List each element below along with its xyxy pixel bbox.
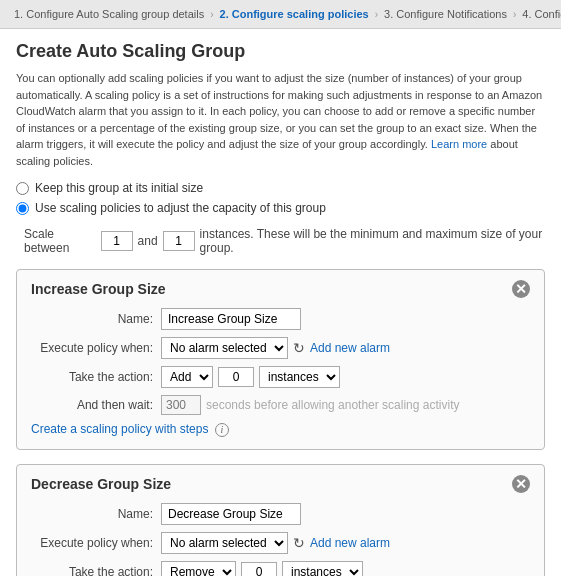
learn-more-link[interactable]: Learn more [431, 138, 487, 150]
increase-action-label: Take the action: [31, 370, 161, 384]
increase-info-icon[interactable]: i [215, 423, 229, 437]
scale-between-row: Scale between and instances. These will … [16, 227, 545, 255]
radio-use-policies-label[interactable]: Use scaling policies to adjust the capac… [35, 201, 326, 215]
step-3[interactable]: 3. Configure Notifications [378, 6, 513, 22]
decrease-name-input[interactable] [161, 503, 301, 525]
decrease-alarm-select[interactable]: No alarm selected [161, 532, 288, 554]
increase-execute-row: Execute policy when: No alarm selected ↻… [31, 337, 530, 359]
scale-between-prefix: Scale between [24, 227, 96, 255]
increase-name-label: Name: [31, 312, 161, 326]
step-2[interactable]: 2. Configure scaling policies [214, 6, 375, 22]
increase-alarm-select[interactable]: No alarm selected [161, 337, 288, 359]
decrease-action-unit-select[interactable]: instances [282, 561, 363, 577]
increase-execute-controls: No alarm selected ↻ Add new alarm [161, 337, 390, 359]
increase-add-alarm-link[interactable]: Add new alarm [310, 341, 390, 355]
decrease-execute-controls: No alarm selected ↻ Add new alarm [161, 532, 390, 554]
decrease-action-row: Take the action: Remove instances [31, 561, 530, 577]
radio-use-policies-input[interactable] [16, 202, 29, 215]
scale-max-input[interactable] [163, 231, 195, 251]
decrease-action-label: Take the action: [31, 565, 161, 577]
decrease-name-controls [161, 503, 301, 525]
radio-keep-size-label[interactable]: Keep this group at its initial size [35, 181, 203, 195]
decrease-box-close-button[interactable]: ✕ [512, 475, 530, 493]
increase-wait-label: And then wait: [31, 398, 161, 412]
radio-keep-size-input[interactable] [16, 182, 29, 195]
increase-wait-controls: seconds before allowing another scaling … [161, 395, 459, 415]
intro-paragraph: You can optionally add scaling policies … [16, 70, 545, 169]
decrease-name-row: Name: [31, 503, 530, 525]
scale-min-input[interactable] [101, 231, 133, 251]
increase-wait-suffix: seconds before allowing another scaling … [206, 398, 459, 412]
decrease-box-title: Decrease Group Size [31, 476, 171, 492]
decrease-refresh-button[interactable]: ↻ [293, 535, 305, 551]
increase-action-value-input[interactable] [218, 367, 254, 387]
increase-execute-label: Execute policy when: [31, 341, 161, 355]
increase-group-box: Increase Group Size ✕ Name: Execute poli… [16, 269, 545, 450]
steps-bar: 1. Configure Auto Scaling group details … [0, 0, 561, 29]
increase-wait-input[interactable] [161, 395, 201, 415]
increase-create-policy-link[interactable]: Create a scaling policy with steps [31, 422, 208, 436]
decrease-action-type-select[interactable]: Remove [161, 561, 236, 577]
increase-box-close-button[interactable]: ✕ [512, 280, 530, 298]
increase-box-header: Increase Group Size ✕ [31, 280, 530, 298]
increase-name-row: Name: [31, 308, 530, 330]
increase-name-input[interactable] [161, 308, 301, 330]
decrease-add-alarm-link[interactable]: Add new alarm [310, 536, 390, 550]
decrease-action-value-input[interactable] [241, 562, 277, 577]
decrease-box-header: Decrease Group Size ✕ [31, 475, 530, 493]
page-title: Create Auto Scaling Group [16, 41, 545, 62]
increase-action-type-select[interactable]: Add [161, 366, 213, 388]
increase-refresh-button[interactable]: ↻ [293, 340, 305, 356]
increase-box-title: Increase Group Size [31, 281, 166, 297]
scale-between-mid: and [138, 234, 158, 248]
increase-wait-row: And then wait: seconds before allowing a… [31, 395, 530, 415]
radio-use-policies: Use scaling policies to adjust the capac… [16, 201, 545, 215]
increase-name-controls [161, 308, 301, 330]
increase-action-controls: Add instances [161, 366, 340, 388]
scale-between-suffix: instances. These will be the minimum and… [200, 227, 545, 255]
scaling-radio-group: Keep this group at its initial size Use … [16, 181, 545, 215]
main-content: Create Auto Scaling Group You can option… [0, 29, 561, 576]
increase-action-row: Take the action: Add instances [31, 366, 530, 388]
step-1[interactable]: 1. Configure Auto Scaling group details [8, 6, 210, 22]
step-4[interactable]: 4. Configure Tags [516, 6, 561, 22]
increase-create-policy-row: Create a scaling policy with steps i [31, 422, 530, 437]
decrease-name-label: Name: [31, 507, 161, 521]
decrease-action-controls: Remove instances [161, 561, 363, 577]
radio-keep-size: Keep this group at its initial size [16, 181, 545, 195]
decrease-execute-row: Execute policy when: No alarm selected ↻… [31, 532, 530, 554]
decrease-execute-label: Execute policy when: [31, 536, 161, 550]
decrease-group-box: Decrease Group Size ✕ Name: Execute poli… [16, 464, 545, 577]
increase-action-unit-select[interactable]: instances [259, 366, 340, 388]
